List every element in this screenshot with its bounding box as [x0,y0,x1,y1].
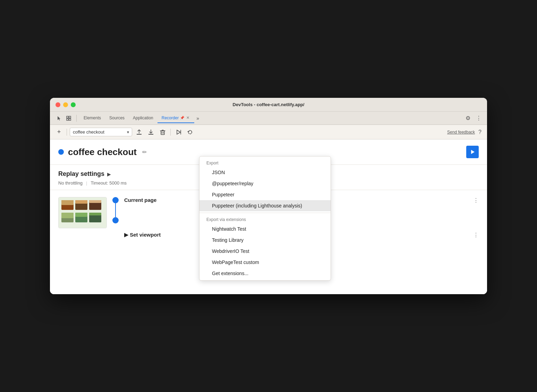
replay-recording-button[interactable] [466,146,479,158]
more-options-icon[interactable]: ⋮ [475,113,483,123]
play-button[interactable] [173,127,183,137]
toolbar-divider-2 [170,129,171,136]
inspect-icon[interactable] [64,113,74,123]
pin-icon: 📌 [180,116,184,120]
step-title-2: ▶ Set viewport [124,232,161,238]
window-controls [56,102,76,107]
step-more-icon-2[interactable]: ⋮ [473,232,479,238]
dropdown-arrow-icon: ▾ [127,130,129,135]
maximize-button[interactable] [71,102,76,107]
throttling-info: No throttling [58,180,83,186]
tab-recorder-label: Recorder [162,116,179,120]
export-json-item[interactable]: JSON [199,167,331,178]
download-button[interactable] [146,127,156,137]
export-webdriverio-item[interactable]: WebdriverIO Test [199,246,331,257]
tab-more-button[interactable]: » [194,114,201,122]
info-divider: | [86,180,87,186]
extensions-section-label: Export via extensions [199,214,331,223]
svg-rect-2 [67,119,68,120]
tab-divider-1 [76,115,77,122]
export-puppeteer-replay-item[interactable]: @puppeteer/replay [199,178,331,189]
toolbar-divider-1 [67,129,67,136]
tab-recorder[interactable]: Recorder 📌 ✕ [157,113,194,123]
svg-rect-12 [75,200,87,204]
timeout-info: Timeout: 5000 ms [91,180,127,186]
step-more-icon[interactable]: ⋮ [473,197,479,204]
svg-rect-18 [75,213,87,217]
recording-title: coffee checkout [68,147,137,157]
svg-rect-14 [89,200,101,203]
devtools-window: DevTools - coffee-cart.netlify.app/ Elem… [50,98,487,294]
step-title: Current page [124,197,156,203]
minimize-button[interactable] [63,102,68,107]
tab-settings-area: ⚙ ⋮ [464,113,483,123]
recorder-toolbar: + coffee checkout ▾ [50,125,487,139]
plus-icon: + [57,128,61,136]
step-circle-1 [112,197,119,203]
export-puppeteer-item[interactable]: Puppeteer [199,189,331,200]
devtools-tab-bar: Elements Sources Application Recorder 📌 … [50,112,487,125]
cursor-icon[interactable] [54,113,64,123]
tab-application[interactable]: Application [129,113,157,123]
export-section-label: Export [199,158,331,167]
svg-rect-3 [69,119,71,120]
export-webpagetest-item[interactable]: WebPageTest custom [199,257,331,268]
svg-rect-4 [161,131,164,135]
tab-sources[interactable]: Sources [105,113,129,123]
recording-name-label: coffee checkout [73,129,126,135]
upload-button[interactable] [134,127,144,137]
window-title: DevTools - coffee-cart.netlify.app/ [233,102,305,107]
step-line-1 [115,203,116,217]
svg-rect-20 [89,213,101,215]
svg-marker-5 [177,130,180,134]
expand-replay-settings-icon[interactable]: ▶ [107,171,111,177]
tab-close-icon[interactable]: ✕ [186,115,190,120]
main-content: coffee checkout ✏ Replay settings ▶ No t… [50,139,487,294]
titlebar: DevTools - coffee-cart.netlify.app/ [50,98,487,112]
get-extensions-item[interactable]: Get extensions... [199,268,331,279]
export-dropdown-menu: Export JSON @puppeteer/replay Puppeteer … [199,156,331,281]
send-feedback-link[interactable]: Send feedback [447,130,475,135]
recording-status-dot [58,149,64,155]
step-line-container [112,197,119,223]
replay-button[interactable] [185,127,195,137]
add-recording-button[interactable]: + [54,127,64,137]
export-puppeteer-lighthouse-item[interactable]: Puppeteer (including Lighthouse analysis… [199,200,331,211]
settings-icon[interactable]: ⚙ [464,113,472,123]
replay-settings-label: Replay settings [58,170,104,178]
delete-button[interactable] [158,127,168,137]
close-button[interactable] [56,102,60,107]
step-circle-2 [112,217,119,223]
recording-selector[interactable]: coffee checkout ▾ [70,128,132,136]
svg-marker-7 [471,150,475,154]
edit-icon[interactable]: ✏ [141,147,148,157]
step-thumbnail [58,197,107,228]
tab-elements[interactable]: Elements [79,113,105,123]
svg-rect-0 [67,116,68,118]
svg-rect-16 [61,213,74,218]
help-icon[interactable]: ? [477,128,483,137]
export-testing-library-item[interactable]: Testing Library [199,235,331,246]
export-nightwatch-item[interactable]: Nightwatch Test [199,223,331,235]
svg-rect-1 [69,116,71,118]
menu-separator [199,213,331,213]
svg-rect-10 [61,200,74,205]
